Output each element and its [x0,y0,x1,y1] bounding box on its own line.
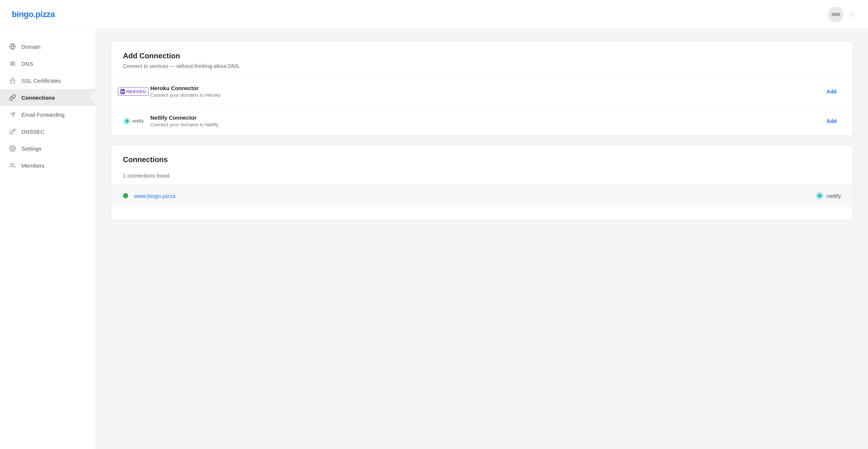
sidebar-item-label: Members [21,162,45,169]
svg-point-7 [12,148,14,150]
add-connection-title: Add Connection [123,52,841,60]
sidebar-item-settings[interactable]: Settings [0,140,96,157]
netlify-logo-icon [123,116,131,126]
heroku-add-button[interactable]: Add [822,86,841,97]
netlify-provider-icon [816,192,824,200]
svg-point-8 [11,163,13,165]
netlify-connector-info: Netlify Connector Connect your domains t… [150,114,816,127]
main-content: Add Connection Connect to services — wit… [96,29,868,449]
settings-icon [9,145,16,152]
favorite-button[interactable]: ☆ [849,10,856,19]
key-icon [9,128,16,135]
connections-card-title: Connections [123,155,841,164]
site-title: bingo.pizza [12,10,55,19]
heroku-connector-name: Heroku Connector [150,85,816,91]
netlify-connector-desc: Connect your domains to Netlify [150,122,816,127]
email-icon [9,111,16,118]
sidebar-item-label: DNS [21,61,33,67]
heroku-connector-row: HEROKU Heroku Connector Connect your dom… [111,77,853,106]
page-layout: Domain DNS SSL Certificates [0,29,868,449]
add-connection-card: Add Connection Connect to services — wit… [111,41,853,136]
add-connection-subtitle: Connect to services — without thinking a… [123,63,841,69]
header-actions: DNS ☆ [828,7,856,22]
sidebar-item-members[interactable]: Members [0,157,96,174]
add-connection-header: Add Connection Connect to services — wit… [111,41,853,77]
svg-rect-20 [819,196,820,197]
heroku-text: HEROKU [126,89,146,94]
sidebar-item-domain[interactable]: Domain [0,38,96,55]
dns-icon [9,60,16,67]
connection-row[interactable]: www.bingo.pizza netlify [111,185,853,207]
connections-card-header: Connections [111,145,853,173]
sidebar-item-label: Settings [21,145,41,152]
members-icon [9,162,16,169]
connection-domain-link[interactable]: www.bingo.pizza [134,193,810,199]
sidebar-item-dns[interactable]: DNS [0,55,96,72]
svg-rect-19 [819,195,821,196]
sidebar-item-label: Domain [21,44,41,50]
connection-status-dot [123,193,128,198]
globe-icon [9,43,16,50]
sidebar-item-label: Connections [21,95,55,101]
connections-card: Connections 1 connections found www.bing… [111,145,853,220]
netlify-text-sm: netlify [132,119,144,124]
link-icon [9,94,16,101]
svg-rect-6 [10,80,15,83]
lock-icon [9,77,16,84]
svg-rect-14 [126,121,127,122]
sidebar-item-label: SSL Certificates [21,78,61,84]
connection-provider-netlify: netlify [816,192,841,200]
sidebar-item-label: Email Forwarding [21,112,65,118]
heroku-logo-container: HEROKU [118,88,149,96]
sidebar: Domain DNS SSL Certificates [0,29,96,449]
sidebar-item-connections[interactable]: Connections [0,89,96,106]
sidebar-item-dnssec[interactable]: DNSSEC [0,123,96,140]
sidebar-item-ssl[interactable]: SSL Certificates [0,72,96,89]
dns-badge[interactable]: DNS [828,7,844,22]
connections-count: 1 connections found [111,173,853,185]
netlify-add-button[interactable]: Add [822,116,841,126]
connections-footer-spacer [111,207,853,220]
heroku-connector-desc: Connect your domains to Heroku [150,92,816,98]
svg-rect-13 [126,120,128,121]
netlify-provider-label: netlify [827,193,841,199]
heroku-connector-info: Heroku Connector Connect your domains to… [150,85,816,98]
sidebar-item-label: DNSSEC [21,128,45,135]
sidebar-item-email-forwarding[interactable]: Email Forwarding [0,106,96,123]
netlify-logo: netlify [123,116,144,126]
heroku-logo: HEROKU [123,86,144,97]
header: bingo.pizza DNS ☆ [0,0,868,29]
netlify-connector-row: netlify Netlify Connector Connect your d… [111,106,853,136]
netlify-connector-name: Netlify Connector [150,114,816,121]
